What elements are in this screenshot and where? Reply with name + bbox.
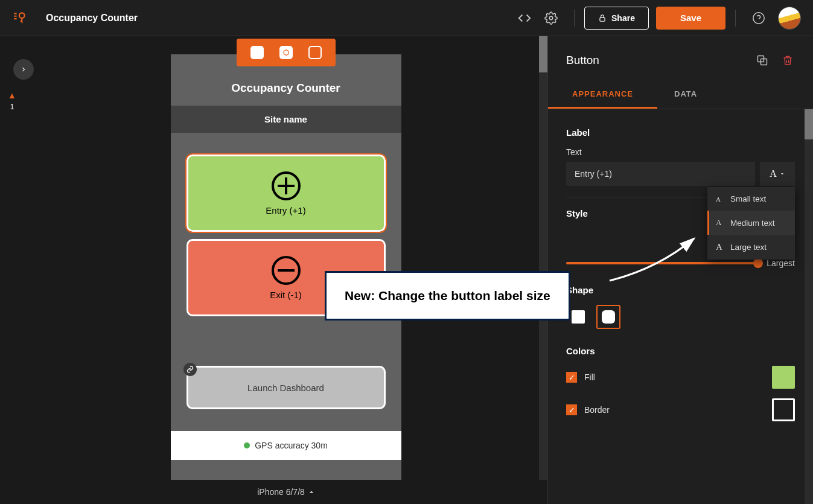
- element-toolbar: ⬡: [237, 39, 336, 66]
- device-selector[interactable]: iPhone 6/7/8: [24, 480, 547, 504]
- code-icon[interactable]: [514, 7, 535, 29]
- user-avatar[interactable]: [778, 7, 801, 30]
- panel-title: Button: [566, 54, 744, 67]
- text-sublabel: Text: [566, 147, 795, 157]
- left-gutter: ▲ 1: [0, 36, 24, 504]
- canvas-scrollbar[interactable]: [539, 36, 547, 480]
- tab-appearance[interactable]: APPEARANCE: [548, 81, 657, 109]
- top-bar: Occupancy Counter Share Save: [0, 0, 813, 36]
- toolbar-fill-icon[interactable]: [245, 43, 269, 62]
- save-button[interactable]: Save: [656, 7, 725, 30]
- canvas: ⬡ Occupancy Counter Site name Entry (+1)…: [24, 36, 547, 480]
- launch-dashboard-button[interactable]: Launch Dashboard: [187, 366, 386, 409]
- duplicate-icon[interactable]: [755, 53, 770, 68]
- gps-footer: GPS accuracy 30m: [171, 431, 401, 460]
- label-section: Label: [566, 127, 795, 138]
- callout-arrow: [604, 232, 706, 287]
- exit-button-label: Exit (-1): [270, 290, 302, 300]
- device-label: iPhone 6/7/8: [257, 487, 305, 497]
- fill-color-swatch[interactable]: [772, 366, 795, 389]
- svg-point-3: [753, 12, 764, 23]
- entry-button[interactable]: Entry (+1): [187, 155, 386, 232]
- divider: [574, 10, 575, 27]
- fill-label: Fill: [584, 372, 765, 382]
- warning-count: 1: [10, 103, 14, 111]
- divider: [735, 10, 736, 27]
- minus-icon: [272, 256, 301, 285]
- size-option-small[interactable]: ASmall text: [707, 187, 795, 211]
- chevron-up-icon: [308, 489, 314, 495]
- label-text-input[interactable]: [566, 162, 755, 186]
- text-size-dropdown[interactable]: A ASmall text AMedium text ALarge text: [760, 162, 795, 186]
- panel-body: Label Text A ASmall text AMedium text AL…: [548, 109, 813, 504]
- toolbar-link-icon[interactable]: ⬡: [274, 43, 298, 62]
- gps-text: GPS accuracy 30m: [255, 441, 328, 450]
- size-option-medium[interactable]: AMedium text: [707, 211, 795, 235]
- delete-icon[interactable]: [780, 53, 795, 68]
- svg-point-1: [549, 16, 553, 20]
- app-logo[interactable]: [12, 10, 28, 26]
- entry-button-label: Entry (+1): [266, 205, 305, 215]
- border-color-swatch[interactable]: [772, 398, 795, 421]
- device-frame: ⬡ Occupancy Counter Site name Entry (+1)…: [171, 54, 401, 480]
- shape-rounded[interactable]: [596, 305, 620, 329]
- toolbar-outline-icon[interactable]: [303, 43, 327, 62]
- page-title: Occupancy Counter: [46, 13, 138, 24]
- plus-icon: [272, 171, 301, 200]
- border-checkbox[interactable]: ✓: [566, 404, 577, 415]
- svg-rect-2: [600, 18, 605, 21]
- link-indicator-icon: [183, 363, 197, 376]
- callout: New: Change the button label size: [325, 271, 570, 321]
- border-label: Border: [584, 405, 765, 415]
- help-icon[interactable]: [748, 7, 770, 29]
- size-dropdown-popup: ASmall text AMedium text ALarge text: [707, 187, 795, 260]
- tab-data[interactable]: DATA: [657, 81, 714, 109]
- panel-tabs: APPEARANCE DATA: [548, 81, 813, 109]
- svg-point-0: [19, 13, 25, 18]
- app-subheader[interactable]: Site name: [171, 106, 401, 133]
- fill-checkbox[interactable]: ✓: [566, 372, 577, 383]
- size-option-large[interactable]: ALarge text: [707, 235, 795, 260]
- app-header-title: Occupancy Counter: [171, 81, 401, 95]
- share-button[interactable]: Share: [584, 7, 649, 30]
- settings-icon[interactable]: [540, 7, 562, 29]
- panel-header: Button: [548, 36, 813, 81]
- panel-scrollbar[interactable]: [805, 109, 813, 504]
- gps-dot-icon: [244, 442, 250, 448]
- slider-value: Largest: [767, 258, 795, 268]
- colors-section: Colors: [566, 346, 795, 356]
- launch-label: Launch Dashboard: [247, 383, 324, 393]
- chevron-down-icon: [779, 171, 785, 177]
- warning-icon[interactable]: ▲: [8, 91, 16, 100]
- share-label: Share: [611, 13, 635, 23]
